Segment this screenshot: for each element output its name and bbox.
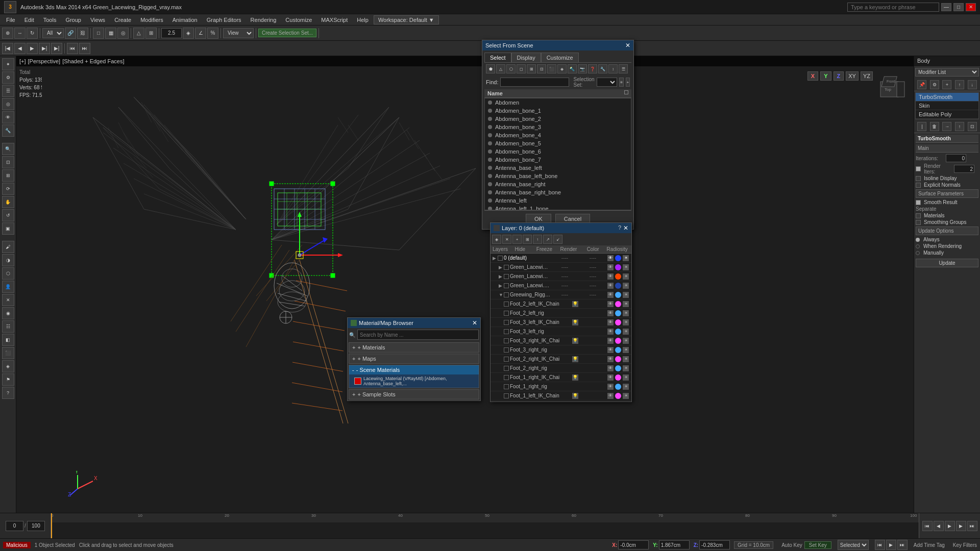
render-to-tex[interactable]: ⬛	[2, 347, 14, 359]
view-dropdown[interactable]: View	[223, 28, 254, 38]
layer-item-f1ri[interactable]: Foot_1_right_IK_Chai 💡 👁 ☀	[491, 373, 631, 382]
layer-check-default[interactable]	[498, 256, 503, 261]
layer-color-dot-default[interactable]	[615, 255, 621, 261]
tab-select[interactable]: Select	[484, 53, 511, 62]
layer-expand-3[interactable]: ▶	[499, 283, 504, 288]
layer-color-dot-f1ri[interactable]	[615, 374, 621, 381]
anim-prev-frame[interactable]: ◀	[14, 43, 26, 54]
obj-paint[interactable]: ⬡	[2, 267, 14, 280]
mod-arrow[interactable]: ↑	[955, 122, 964, 131]
help-btn[interactable]: ?	[2, 387, 14, 399]
zoom-region[interactable]: ⊡	[2, 156, 14, 168]
layer-btn-4[interactable]: ⊞	[523, 235, 532, 244]
layer-color-dot-4[interactable]	[615, 292, 621, 298]
layer-render-f3[interactable]: 👁	[607, 319, 614, 325]
layer-check-f3r[interactable]	[504, 329, 509, 334]
layer-check-2[interactable]	[504, 274, 509, 279]
create-panel[interactable]: ✦	[2, 58, 14, 70]
light-probe[interactable]: ◉	[2, 307, 14, 319]
menu-tools[interactable]: Tools	[39, 16, 61, 24]
select-tool[interactable]: ⊕	[2, 28, 13, 39]
hierarchy-panel[interactable]: ☰	[2, 85, 14, 97]
scene-icon-12[interactable]: 🔧	[598, 64, 607, 73]
select-obj[interactable]: □	[93, 28, 104, 39]
layer-color-dot-1[interactable]	[615, 264, 621, 270]
layer-render-f3r[interactable]: 👁	[607, 329, 614, 335]
select-paint[interactable]: 🖌	[2, 241, 14, 253]
select-from-scene-close[interactable]: ✕	[625, 42, 630, 49]
layer-expand-2[interactable]: ▶	[499, 274, 504, 279]
minimize-button[interactable]: —	[941, 3, 951, 11]
snap-value[interactable]	[161, 28, 182, 38]
isolate-sel[interactable]: ◑	[2, 254, 14, 266]
arc-rotate[interactable]: ↺	[2, 209, 14, 221]
layer-item-default[interactable]: ▶ 0 (default) ---- ---- 👁 ☀	[491, 254, 631, 263]
layer-btn-5[interactable]: ↑	[533, 235, 542, 244]
anim-key-next[interactable]: ▶|	[51, 43, 62, 54]
layer-color-dot-f1li[interactable]	[615, 393, 621, 399]
scene-item-abdomen[interactable]: Abdomen	[485, 98, 631, 107]
key-btn-3[interactable]: ⏭	[897, 540, 908, 550]
scene-item-abdomen-bone-5[interactable]: Abdomen_bone_5	[485, 139, 631, 147]
layer-bulb-f2ri[interactable]: 💡	[572, 356, 578, 362]
scene-object-list[interactable]: Abdomen Abdomen_bone_1 Abdomen_bone_2 Ab…	[484, 98, 631, 210]
layer-render-f1li[interactable]: 👁	[607, 393, 614, 399]
layer-bulb-f3[interactable]: 💡	[572, 319, 578, 325]
layer-render-f1rr[interactable]: 👁	[607, 384, 614, 390]
layer-check-f2rr[interactable]	[504, 366, 509, 371]
mirror-tool[interactable]: ⊞	[145, 28, 157, 39]
key-filters-label[interactable]: Key Filters	[953, 542, 977, 548]
mod-turbosmouth[interactable]: TurboSmooth	[916, 93, 978, 102]
layer-list[interactable]: ▶ 0 (default) ---- ---- 👁 ☀ ▶ Green_Lace…	[491, 254, 631, 402]
yz-axis-btn[interactable]: YZ	[861, 71, 873, 81]
layer-check-4[interactable]	[504, 292, 509, 297]
key-btn-1[interactable]: ⏮	[875, 540, 885, 550]
layer-item-f2ri[interactable]: Foot_2_right_IK_Chai 💡 👁 ☀	[491, 355, 631, 364]
update-button[interactable]: Update	[916, 259, 978, 267]
scene-item-abdomen-bone-3[interactable]: Abdomen_bone_3	[485, 123, 631, 131]
goto-start-btn[interactable]: ⏮	[922, 521, 933, 531]
x-axis-btn[interactable]: X	[807, 71, 818, 81]
y-coord-input[interactable]	[659, 540, 690, 549]
layer-check-f1rr[interactable]	[504, 384, 509, 389]
scene-item-abdomen-bone-2[interactable]: Abdomen_bone_2	[485, 115, 631, 123]
angle-snap[interactable]: ∠	[195, 28, 206, 39]
maximize-viewport[interactable]: ▣	[2, 222, 14, 235]
layer-check-foot[interactable]	[504, 302, 509, 307]
mod-skin[interactable]: Skin	[916, 102, 978, 110]
layer-render-icon-default[interactable]: 👁	[607, 255, 614, 261]
layer-item-foot-3-left-rig[interactable]: Foot_3_left_rig 👁 ☀	[491, 327, 631, 336]
anim-key-prev[interactable]: |◀	[2, 43, 13, 54]
x-coord-input[interactable]	[618, 540, 649, 549]
layer-render-f2ri[interactable]: 👁	[607, 356, 614, 362]
layer-help-btn[interactable]: ?	[618, 224, 621, 232]
mat-lacewing-material[interactable]: Lacewing_Material (VRayMtl) [Abdomen, An…	[349, 374, 479, 388]
layer-item-f1lr[interactable]: Foot_1_left_rig 👁 ☀	[491, 400, 631, 402]
layer-btn-7[interactable]: ↙	[553, 235, 562, 244]
menu-rendering[interactable]: Rendering	[247, 16, 281, 24]
layer-check-more[interactable]	[504, 347, 509, 353]
scene-xplorer[interactable]: ☷	[2, 320, 14, 333]
viewport[interactable]: [+] [Perspective] [Shaded + Edged Faces]…	[16, 56, 914, 513]
scene-item-abdomen-bone-7[interactable]: Abdomen_bone_7	[485, 156, 631, 164]
scene-item-antenna-base-left-bone[interactable]: Antenna_base_left_bone	[485, 172, 631, 180]
mod-btn3[interactable]: +	[942, 80, 951, 89]
scene-item-abdomen-bone-1[interactable]: Abdomen_bone_1	[485, 107, 631, 115]
scene-icon-10[interactable]: 📷	[578, 64, 587, 73]
malicious-label[interactable]: Malicious	[3, 542, 31, 548]
scene-item-antenna-base-left[interactable]: Antenna_base_left	[485, 164, 631, 172]
turbosmooth-title[interactable]: TurboSmooth	[916, 135, 978, 143]
layer-item-3[interactable]: ▶ Green_Lacewi...igged_hc ---- ---- 👁 ☀	[491, 281, 631, 290]
scene-icon-9[interactable]: 🔦	[568, 64, 577, 73]
layer-color-dot-foot[interactable]	[615, 301, 621, 307]
scene-icon-2[interactable]: △	[496, 64, 505, 73]
layer-item-f2rr[interactable]: Foot_2_right_rig 👁 ☀	[491, 364, 631, 373]
timeline-track[interactable]: 0 10 20 30 40 50 60 70 80 90 100	[51, 513, 919, 538]
key-btn-2[interactable]: ▶	[886, 540, 896, 550]
zoom-btn[interactable]: 🔍	[2, 143, 14, 155]
update-options-header[interactable]: Update Options	[916, 227, 978, 235]
layer-item-foot-2-left-ik[interactable]: Foot_2_left_IK_Chain 💡 👁 ☀	[491, 299, 631, 309]
scene-icon-1[interactable]: ⬟	[486, 64, 495, 73]
scene-item-antenna-left-1-bone[interactable]: Antenna_left_1_bone	[485, 205, 631, 210]
layer-item-4[interactable]: ▼ Greewing_Rigged_ ---- ---- 👁 ☀	[491, 290, 631, 299]
